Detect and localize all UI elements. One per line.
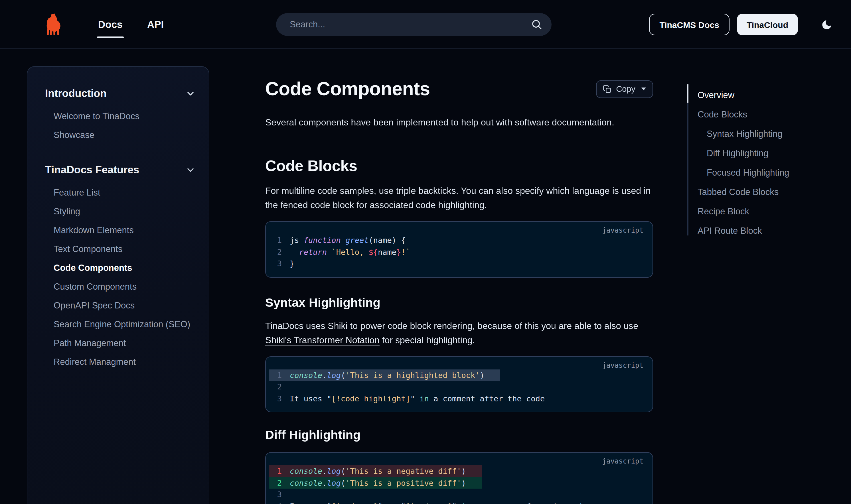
nav-tab-docs[interactable]: Docs	[98, 0, 123, 49]
toc-item[interactable]: Recipe Block	[697, 205, 824, 217]
toc-active-indicator	[687, 84, 688, 103]
chevron-down-icon	[186, 165, 195, 175]
code-language-badge: javascript	[602, 457, 644, 465]
sidebar-item[interactable]: OpenAPI Spec Docs	[45, 296, 195, 315]
toc-items: OverviewCode BlocksSyntax HighlightingDi…	[697, 83, 824, 237]
sidebar-item[interactable]: Custom Components	[45, 277, 195, 296]
code-blocks-paragraph: For multiline code samples, use triple b…	[265, 184, 653, 212]
page-title: Code Components	[265, 77, 430, 100]
sidebar-group: IntroductionWelcome to TinaDocsShowcase	[45, 87, 195, 144]
sidebar-item[interactable]: Search Engine Optimization (SEO)	[45, 315, 195, 334]
syntax-paragraph: TinaDocs uses Shiki to power code block …	[265, 319, 653, 347]
code-line: 2console.log('This is a positive diff')	[269, 477, 482, 489]
code-line: 1console.log('This is a highlighted bloc…	[269, 369, 500, 381]
code-line: 1console.log('This is a negative diff')	[269, 465, 482, 477]
nav-tab-api[interactable]: API	[147, 0, 164, 49]
text-segment: TinaDocs uses	[265, 321, 328, 330]
nav-tab-docs-label: Docs	[98, 19, 123, 31]
section-heading-syntax-highlighting: Syntax Highlighting	[265, 294, 653, 310]
table-of-contents: OverviewCode BlocksSyntax HighlightingDi…	[687, 83, 824, 244]
code-line: 3}	[266, 258, 653, 269]
chevron-down-icon[interactable]	[641, 87, 646, 91]
section-heading-diff-highlighting: Diff Highlighting	[265, 427, 653, 443]
sidebar-item[interactable]: Styling	[45, 202, 195, 221]
tinacloud-button-label: TinaCloud	[747, 20, 788, 29]
code-line: 2 return `Hello, ${name}!`	[266, 246, 653, 258]
section-heading-code-blocks: Code Blocks	[265, 156, 653, 176]
copy-button-label: Copy	[616, 84, 635, 93]
text-segment: for special highlighting.	[379, 335, 475, 345]
moon-icon	[820, 19, 832, 31]
tinacms-docs-button[interactable]: TinaCMS Docs	[649, 14, 729, 35]
sidebar-item[interactable]: Markdown Elements	[45, 221, 195, 239]
inline-link[interactable]: Shiki	[328, 321, 347, 330]
toc-item[interactable]: Diff Highlighting	[697, 147, 824, 159]
sidebar-item[interactable]: Welcome to TinaDocs	[45, 107, 195, 125]
intro-paragraph: Several components have been implemented…	[265, 115, 653, 130]
theme-toggle[interactable]	[820, 18, 833, 31]
nav-tab-api-label: API	[147, 19, 164, 31]
search-icon[interactable]	[531, 19, 543, 30]
sidebar-groups: IntroductionWelcome to TinaDocsShowcaseT…	[45, 87, 195, 371]
copy-icon	[603, 85, 611, 93]
sidebar-group-header[interactable]: Introduction	[45, 87, 195, 100]
toc-item[interactable]: Overview	[697, 89, 824, 101]
toc-item[interactable]: Code Blocks	[697, 108, 824, 120]
toc-item[interactable]: Syntax Highlighting	[697, 128, 824, 140]
code-line: 3	[266, 489, 653, 500]
toc-item[interactable]: Tabbed Code Blocks	[697, 186, 824, 198]
sidebar-group: TinaDocs FeaturesFeature ListStylingMark…	[45, 164, 195, 371]
chevron-down-icon	[186, 89, 195, 98]
toc-item[interactable]: API Route Block	[697, 224, 824, 237]
code-lines: 1console.log('This is a negative diff')2…	[266, 465, 653, 504]
sidebar-item[interactable]: Path Management	[45, 334, 195, 352]
sidebar-group-title: Introduction	[45, 87, 107, 100]
search-input[interactable]	[289, 19, 531, 30]
code-lines: 1console.log('This is a highlighted bloc…	[266, 369, 653, 404]
top-nav: Docs API TinaCMS Docs TinaCloud	[0, 0, 851, 49]
sidebar-item[interactable]: Text Components	[45, 239, 195, 258]
toc-item[interactable]: Focused Highlighting	[697, 166, 824, 178]
code-line: 4It uses "[!code --]" or "[!code ++]" in…	[266, 500, 653, 504]
sidebar-item[interactable]: Code Components	[45, 258, 195, 277]
text-segment: to power code block rendering, because o…	[348, 321, 638, 330]
copy-button[interactable]: Copy	[596, 80, 653, 98]
sidebar-group-header[interactable]: TinaDocs Features	[45, 164, 195, 176]
sidebar-item[interactable]: Showcase	[45, 125, 195, 144]
main-content: Code Components Copy Several components …	[265, 49, 653, 504]
toc-rail	[687, 84, 688, 235]
doc-sidebar: IntroductionWelcome to TinaDocsShowcaseT…	[27, 66, 209, 504]
code-block-diff-highlight[interactable]: javascript 1console.log('This is a negat…	[265, 452, 653, 504]
code-line: 2	[266, 381, 653, 393]
inline-link[interactable]: Shiki's Transformer Notation	[265, 335, 379, 345]
code-language-badge: javascript	[602, 361, 644, 369]
page: Docs API TinaCMS Docs TinaCloud	[0, 0, 851, 504]
code-block-syntax-highlight[interactable]: javascript 1console.log('This is a highl…	[265, 356, 653, 412]
code-language-badge: javascript	[602, 226, 644, 234]
code-line: 3It uses "[!code highlight]" in a commen…	[266, 393, 653, 404]
sidebar-item[interactable]: Feature List	[45, 183, 195, 202]
header-actions: TinaCMS Docs TinaCloud	[649, 14, 833, 35]
tinacloud-button[interactable]: TinaCloud	[737, 14, 798, 35]
search-bar[interactable]	[276, 13, 552, 36]
code-lines: 1js function greet(name) {2 return `Hell…	[266, 234, 653, 269]
sidebar-item[interactable]: Redirect Managment	[45, 352, 195, 371]
code-block-basic[interactable]: javascript 1js function greet(name) {2 r…	[265, 221, 653, 277]
code-line: 1js function greet(name) {	[266, 234, 653, 246]
tina-llama-logo[interactable]	[45, 13, 61, 36]
tinacms-docs-button-label: TinaCMS Docs	[659, 20, 719, 29]
sidebar-group-title: TinaDocs Features	[45, 164, 139, 176]
